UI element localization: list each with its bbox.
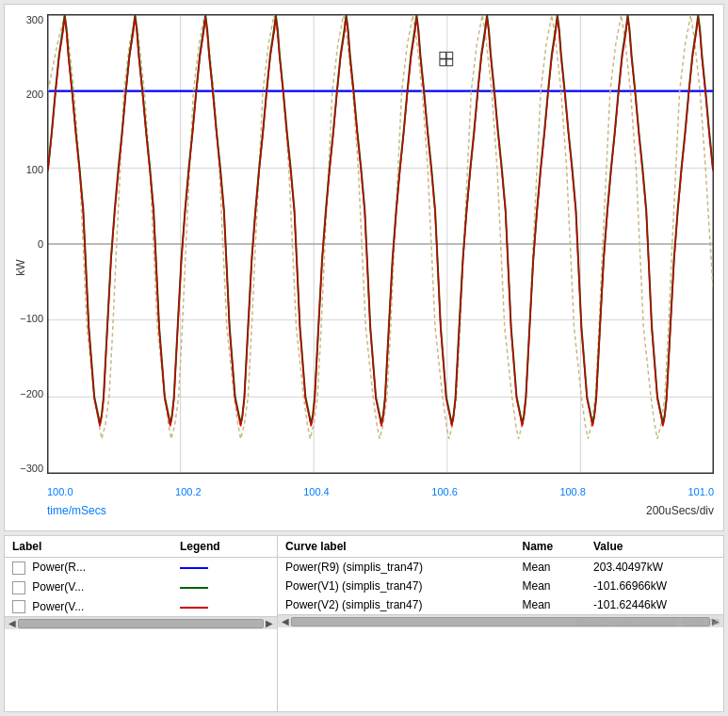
label-text-1: Power(R... bbox=[32, 561, 86, 574]
legend-line-3 bbox=[180, 607, 208, 609]
label-header: Label bbox=[5, 536, 172, 558]
legend-container: Label Legend Power(R... bbox=[4, 535, 724, 712]
y-tick-300: 300 bbox=[26, 14, 43, 25]
watermark: https://blog.csdn.net/weixin_42608158 bbox=[575, 617, 720, 626]
legend-line-2 bbox=[180, 587, 208, 589]
x-tick-101-0: 101.0 bbox=[688, 486, 714, 497]
label-text-3: Power(V... bbox=[32, 600, 84, 613]
x-tick-100-6: 100.6 bbox=[431, 486, 458, 497]
value-header: Value bbox=[586, 536, 723, 558]
x-tick-100-4: 100.4 bbox=[303, 486, 330, 497]
scroll-left-arrow-right[interactable]: ◀ bbox=[280, 616, 291, 626]
value-3: -101.62446kW bbox=[586, 595, 723, 614]
table-row: Power(V2) (simplis_tran47) Mean -101.624… bbox=[278, 595, 723, 614]
y-tick-0: 0 bbox=[38, 238, 43, 250]
y-tick-n200: −200 bbox=[20, 388, 43, 399]
legend-line-1 bbox=[180, 567, 208, 569]
y-tick-n100: −100 bbox=[20, 313, 43, 324]
chart-container: kW 300 200 100 0 −100 −200 −300 bbox=[4, 4, 724, 531]
curve-label-1: Power(R9) (simplis_tran47) bbox=[278, 558, 514, 578]
legend-left-table: Label Legend Power(R... bbox=[5, 536, 277, 616]
y-tick-n300: −300 bbox=[20, 463, 43, 474]
label-cell-2: Power(V... bbox=[5, 578, 172, 597]
curve-label-2: Power(V1) (simplis_tran47) bbox=[278, 577, 514, 595]
legend-header: Legend bbox=[172, 536, 277, 558]
x-tick-100-2: 100.2 bbox=[175, 486, 202, 497]
color-box-1[interactable] bbox=[12, 561, 25, 575]
main-container: kW 300 200 100 0 −100 −200 −300 bbox=[0, 0, 728, 716]
color-box-3[interactable] bbox=[12, 600, 25, 613]
scroll-right-arrow[interactable]: ▶ bbox=[264, 618, 275, 628]
name-header: Name bbox=[514, 536, 586, 558]
chart-plot-area[interactable] bbox=[47, 14, 714, 474]
value-2: -101.66966kW bbox=[586, 577, 723, 595]
value-1: 203.40497kW bbox=[586, 558, 723, 578]
x-axis-ticks: 100.0 100.2 100.4 100.6 100.8 101.0 bbox=[47, 486, 714, 497]
table-row: Power(V... bbox=[5, 597, 277, 617]
x-tick-100-8: 100.8 bbox=[559, 486, 586, 497]
name-2: Mean bbox=[514, 577, 586, 595]
name-1: Mean bbox=[514, 558, 586, 578]
y-axis-ticks: 300 200 100 0 −100 −200 −300 bbox=[5, 14, 47, 474]
chart-svg bbox=[48, 15, 713, 473]
legend-left-scrollbar[interactable]: ◀ ▶ bbox=[5, 616, 277, 629]
legend-right-scrollbar[interactable]: ◀ ▶ https://blog.csdn.net/weixin_4260815… bbox=[278, 614, 723, 627]
scrollbar-thumb-left[interactable] bbox=[18, 619, 264, 628]
legend-left: Label Legend Power(R... bbox=[5, 536, 278, 711]
table-row: Power(R9) (simplis_tran47) Mean 203.4049… bbox=[278, 558, 723, 578]
label-cell-3: Power(V... bbox=[5, 597, 172, 617]
x-axis-label: time/mSecs bbox=[47, 504, 106, 517]
legend-line-cell-1 bbox=[172, 558, 277, 578]
x-tick-100-0: 100.0 bbox=[47, 486, 73, 497]
curve-label-3: Power(V2) (simplis_tran47) bbox=[278, 595, 514, 614]
name-3: Mean bbox=[514, 595, 586, 614]
y-tick-200: 200 bbox=[26, 89, 43, 100]
curve-label-header: Curve label bbox=[278, 536, 514, 558]
table-row: Power(V... bbox=[5, 578, 277, 597]
color-box-2[interactable] bbox=[12, 581, 25, 594]
legend-right-table: Curve label Name Value Power(R9) (simpli… bbox=[278, 536, 723, 614]
legend-line-cell-3 bbox=[172, 597, 277, 617]
x-axis-div: 200uSecs/div bbox=[646, 504, 714, 517]
label-text-2: Power(V... bbox=[32, 580, 84, 594]
legend-line-cell-2 bbox=[172, 578, 277, 597]
label-cell-1: Power(R... bbox=[5, 558, 172, 578]
legend-right: Curve label Name Value Power(R9) (simpli… bbox=[278, 536, 723, 711]
scroll-left-arrow[interactable]: ◀ bbox=[7, 618, 18, 628]
y-tick-100: 100 bbox=[26, 164, 43, 175]
table-row: Power(V1) (simplis_tran47) Mean -101.669… bbox=[278, 577, 723, 595]
table-row: Power(R... bbox=[5, 558, 277, 578]
